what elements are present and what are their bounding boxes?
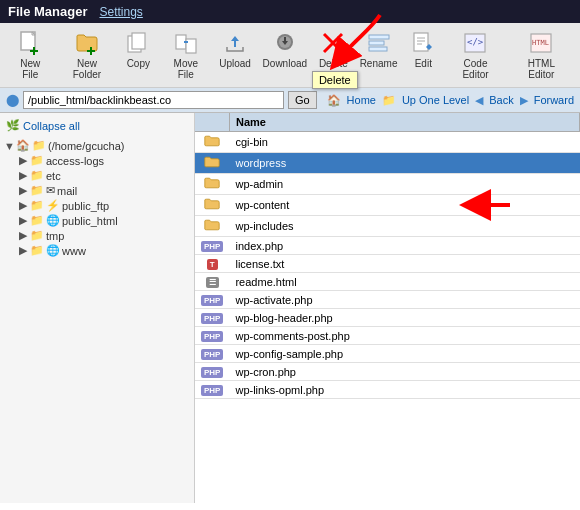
- back-link[interactable]: Back: [489, 94, 513, 106]
- home-link[interactable]: Home: [347, 94, 376, 106]
- new-folder-button[interactable]: New Folder: [57, 27, 118, 83]
- html-editor-label: HTML Editor: [514, 58, 569, 80]
- table-row[interactable]: PHPindex.php: [195, 237, 580, 255]
- tree-item-access-logs[interactable]: ▶ 📁 access-logs: [16, 153, 192, 168]
- expand-icon: ▶: [18, 169, 28, 182]
- up-one-level-link[interactable]: Up One Level: [402, 94, 469, 106]
- php-badge: PHP: [201, 313, 223, 324]
- file-icon-cell: [195, 174, 229, 195]
- tree-item-www[interactable]: ▶ 📁 🌐 www: [16, 243, 192, 258]
- edit-icon: [410, 30, 436, 56]
- tree-root[interactable]: ▼ 🏠 📁 (/home/gcucha): [2, 138, 192, 153]
- file-name-cell: wp-comments-post.php: [229, 327, 579, 345]
- root-expand-icon: ▼: [4, 140, 14, 152]
- mail-icon: ✉: [46, 184, 55, 197]
- home-icon: 🏠: [327, 94, 341, 107]
- copy-button[interactable]: Copy: [119, 27, 157, 72]
- table-row[interactable]: PHPwp-cron.php: [195, 363, 580, 381]
- table-row[interactable]: wp-content: [195, 195, 580, 216]
- svg-text:HTML: HTML: [532, 39, 549, 47]
- download-button[interactable]: Download: [258, 27, 312, 72]
- root-label: (/home/gcucha): [48, 140, 124, 152]
- folder-icon: 📁: [30, 214, 44, 227]
- file-name-cell: wp-cron.php: [229, 363, 579, 381]
- table-row[interactable]: wordpress: [195, 153, 580, 174]
- copy-icon: [125, 30, 151, 56]
- right-panel: Name cgi-binwordpresswp-adminwp-contentw…: [195, 113, 580, 503]
- tree-item-tmp[interactable]: ▶ 📁 tmp: [16, 228, 192, 243]
- upload-button[interactable]: Upload: [214, 27, 255, 72]
- file-name-cell: readme.html: [229, 273, 579, 291]
- file-icon-cell: PHP: [195, 327, 229, 345]
- delete-container: Delete Delete: [314, 27, 353, 72]
- move-file-icon: [173, 30, 199, 56]
- file-name-cell: license.txt: [229, 255, 579, 273]
- table-row[interactable]: Tlicense.txt: [195, 255, 580, 273]
- folder-icon: [204, 176, 220, 190]
- file-icon-cell: [195, 216, 229, 237]
- title-bar: File Manager Settings: [0, 0, 580, 23]
- file-name-cell: index.php: [229, 237, 579, 255]
- tree-children: ▶ 📁 access-logs ▶ 📁 etc ▶ 📁 ✉ mail: [2, 153, 192, 258]
- svg-rect-8: [132, 33, 145, 49]
- code-editor-button[interactable]: </> Code Editor: [444, 27, 506, 83]
- root-home-icon: 🏠: [16, 139, 30, 152]
- path-input[interactable]: [23, 91, 284, 109]
- folder-icon: 📁: [30, 244, 44, 257]
- collapse-icon: 🌿: [6, 119, 20, 132]
- col-icon: [195, 113, 229, 132]
- file-name-cell: wp-blog-header.php: [229, 309, 579, 327]
- forward-icon: ▶: [520, 94, 528, 107]
- file-icon-cell: PHP: [195, 291, 229, 309]
- html-folder-icon: 🌐: [46, 214, 60, 227]
- table-row[interactable]: PHPwp-comments-post.php: [195, 327, 580, 345]
- app-title: File Manager: [8, 4, 87, 19]
- rename-button[interactable]: Rename: [355, 27, 403, 72]
- expand-icon: ▶: [18, 229, 28, 242]
- php-badge: PHP: [201, 295, 223, 306]
- table-row[interactable]: PHPwp-activate.php: [195, 291, 580, 309]
- table-row[interactable]: PHPwp-links-opml.php: [195, 381, 580, 399]
- forward-link[interactable]: Forward: [534, 94, 574, 106]
- svg-rect-16: [369, 35, 389, 39]
- table-row[interactable]: PHPwp-blog-header.php: [195, 309, 580, 327]
- php-badge: PHP: [201, 331, 223, 342]
- table-row[interactable]: ☰readme.html: [195, 273, 580, 291]
- folder-icon: 📁: [30, 169, 44, 182]
- main-content: 🌿 Collapse all ▼ 🏠 📁 (/home/gcucha) ▶ 📁: [0, 113, 580, 503]
- settings-link[interactable]: Settings: [99, 5, 142, 19]
- table-row[interactable]: cgi-bin: [195, 132, 580, 153]
- folder-icon: 📁: [30, 184, 44, 197]
- php-badge: PHP: [201, 349, 223, 360]
- file-name-cell: wp-config-sample.php: [229, 345, 579, 363]
- folder-icon: 📁: [30, 199, 44, 212]
- table-row[interactable]: wp-includes: [195, 216, 580, 237]
- table-row[interactable]: PHPwp-config-sample.php: [195, 345, 580, 363]
- html-editor-button[interactable]: HTML HTML Editor: [509, 27, 574, 83]
- edit-button[interactable]: Edit: [404, 27, 442, 72]
- up-one-level-icon: 📁: [382, 94, 396, 107]
- tree-item-etc[interactable]: ▶ 📁 etc: [16, 168, 192, 183]
- new-file-button[interactable]: New File: [6, 27, 55, 83]
- edit-label: Edit: [415, 58, 432, 69]
- delete-label: Delete: [319, 58, 348, 69]
- rename-icon: [366, 30, 392, 56]
- folder-icon: [204, 155, 220, 169]
- tree-item-public-html[interactable]: ▶ 📁 🌐 public_html: [16, 213, 192, 228]
- go-button[interactable]: Go: [288, 91, 317, 109]
- table-row[interactable]: wp-admin: [195, 174, 580, 195]
- new-folder-icon: [74, 30, 100, 56]
- collapse-all[interactable]: 🌿 Collapse all: [2, 117, 192, 134]
- html-badge: ☰: [206, 277, 219, 288]
- move-file-button[interactable]: Move File: [159, 27, 212, 83]
- txt-badge: T: [207, 259, 218, 270]
- delete-button[interactable]: Delete: [314, 27, 353, 72]
- file-icon-cell: [195, 132, 229, 153]
- tree-item-public-ftp[interactable]: ▶ 📁 ⚡ public_ftp: [16, 198, 192, 213]
- code-editor-label: Code Editor: [449, 58, 501, 80]
- file-icon-cell: ☰: [195, 273, 229, 291]
- tree-item-mail[interactable]: ▶ 📁 ✉ mail: [16, 183, 192, 198]
- expand-icon: ▶: [18, 199, 28, 212]
- upload-icon: [222, 30, 248, 56]
- file-name-cell: wordpress: [229, 153, 579, 174]
